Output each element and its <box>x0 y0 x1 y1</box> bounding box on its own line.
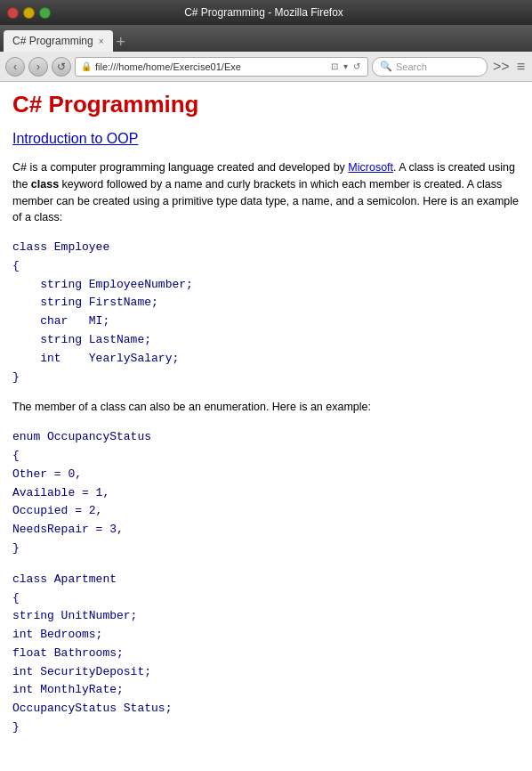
tab-label: C# Programming <box>12 35 93 47</box>
enum-note: The member of a class can also be an enu… <box>12 399 520 416</box>
close-button[interactable] <box>7 7 19 19</box>
back-icon: ‹ <box>13 61 17 73</box>
content-area[interactable]: C# Programming Introduction to OOP C# is… <box>0 82 532 771</box>
address-controls[interactable]: ⊡ ▾ ↺ <box>329 61 362 71</box>
code-enum: enum OccupancyStatus { Other = 0, Availa… <box>12 428 520 558</box>
window-title: C# Programming - Mozilla Firefox <box>56 6 472 19</box>
search-icon: 🔍 <box>380 61 392 72</box>
page-title: C# Programming <box>12 91 520 118</box>
section-heading-link[interactable]: Introduction to OOP <box>12 131 520 147</box>
title-bar: C# Programming - Mozilla Firefox <box>0 0 532 25</box>
maximize-button[interactable] <box>39 7 51 19</box>
new-tab-button[interactable]: + <box>117 34 126 50</box>
tab-close-icon[interactable]: × <box>99 37 104 46</box>
bookmark-icon[interactable]: ⊡ <box>329 61 340 71</box>
search-placeholder: Search <box>396 61 427 72</box>
menu-button[interactable]: ≡ <box>515 59 527 75</box>
back-button[interactable]: ‹ <box>5 57 25 77</box>
browser-tab[interactable]: C# Programming × <box>4 30 113 52</box>
forward-icon: › <box>36 61 40 73</box>
search-bar[interactable]: 🔍 Search <box>372 57 488 77</box>
more-tools-button[interactable]: >> <box>491 59 512 75</box>
dropdown-icon[interactable]: ▾ <box>342 61 350 71</box>
class-keyword: class <box>31 178 59 191</box>
intro-text-3: keyword followed by a name and curly bra… <box>12 178 519 224</box>
intro-paragraph: C# is a computer programming language cr… <box>12 159 520 226</box>
code-apartment: class Apartment { string UnitNumber; int… <box>12 571 520 737</box>
navigation-bar: ‹ › ↺ 🔒 file:///home/home/Exercise01/Exe… <box>0 52 532 82</box>
url-text: file:///home/home/Exercise01/Exe <box>95 61 329 72</box>
forward-button[interactable]: › <box>28 57 48 77</box>
address-bar[interactable]: 🔒 file:///home/home/Exercise01/Exe ⊡ ▾ ↺ <box>75 57 368 77</box>
tab-bar: C# Programming × + <box>0 25 532 52</box>
reload-icon: ↺ <box>57 61 66 73</box>
reload-button[interactable]: ↺ <box>52 57 71 77</box>
minimize-button[interactable] <box>23 7 35 19</box>
security-icon: 🔒 <box>81 61 92 71</box>
intro-text-1: C# is a computer programming language cr… <box>12 161 345 174</box>
microsoft-link[interactable]: Microsoft <box>348 161 393 174</box>
window-controls[interactable] <box>7 7 51 19</box>
reload-small-icon[interactable]: ↺ <box>351 61 362 71</box>
code-employee: class Employee { string EmployeeNumber; … <box>12 239 520 386</box>
